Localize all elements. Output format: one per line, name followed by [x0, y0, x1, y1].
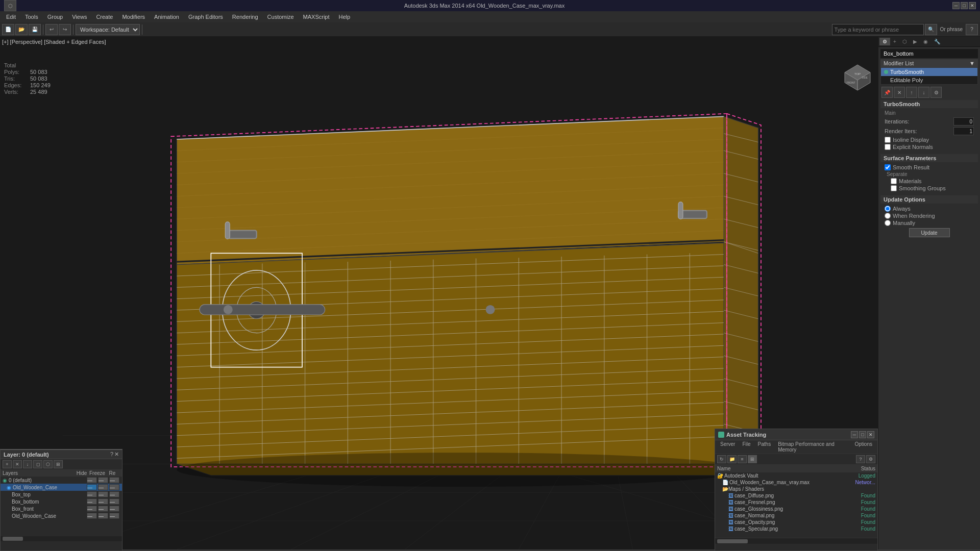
layer-merge-btn[interactable]: ⊞ [54, 460, 63, 468]
config-btn[interactable]: ⚙ [930, 87, 942, 98]
layer-item-old-wooden-case2[interactable]: Old_Wooden_Case — — — [1, 512, 122, 519]
manually-radio[interactable] [885, 220, 891, 226]
tab-motion[interactable]: ▶ [910, 38, 920, 45]
layers-help-icon[interactable]: ? [110, 451, 113, 458]
asset-view-btn[interactable]: ≡ [738, 455, 747, 463]
search-icon[interactable]: 🔍 [925, 24, 937, 35]
layer-item-0-default[interactable]: ◉ 0 (default) — — — [1, 477, 122, 484]
asset-close-btn[interactable]: ✕ [867, 431, 874, 438]
tab-utilities[interactable]: 🔧 [931, 38, 943, 45]
layers-close-icon[interactable]: ✕ [114, 451, 119, 458]
app-icon[interactable]: ⬡ [4, 0, 16, 11]
asset-tool-right: ? ⚙ [856, 455, 875, 463]
layer-select-btn[interactable]: ◻ [33, 460, 42, 468]
menu-edit[interactable]: Edit [2, 13, 20, 21]
asset-item-glossiness[interactable]: 🖼 case_Glossiness.png Found [715, 506, 877, 512]
layer-item-box-bottom[interactable]: Box_bottom — — — [1, 498, 122, 505]
menu-views[interactable]: Views [68, 13, 91, 21]
menu-group[interactable]: Group [43, 13, 67, 21]
modifier-item-editablepoly[interactable]: Editable Poly [881, 76, 977, 84]
always-radio[interactable] [885, 206, 891, 212]
asset-item-specular[interactable]: 🖼 case_Specular.png Found [715, 525, 877, 532]
maximize-button[interactable]: □ [961, 2, 968, 9]
minimize-button[interactable]: ─ [952, 2, 960, 9]
tab-display[interactable]: ◉ [920, 38, 931, 45]
max-file-status: Networ... [845, 480, 875, 485]
svg-marker-27 [177, 243, 724, 464]
asset-tool-buttons: ↻ 📁 ≡ ⊞ [717, 455, 757, 463]
menu-modifiers[interactable]: Modifiers [118, 13, 149, 21]
menu-help[interactable]: Help [335, 13, 355, 21]
render-iters-input[interactable] [953, 127, 974, 135]
asset-settings-btn[interactable]: ⚙ [866, 455, 875, 463]
smoothing-groups-checkbox[interactable] [891, 185, 897, 191]
asset-item-diffuse[interactable]: 🖼 case_Diffuse.png Found [715, 492, 877, 499]
open-btn[interactable]: 📂 [15, 24, 28, 35]
layer-new-btn[interactable]: + [3, 460, 12, 468]
iterations-input[interactable] [953, 117, 974, 126]
tab-hierarchy[interactable]: ⬡ [899, 38, 910, 45]
asset-help-btn[interactable]: ? [856, 455, 865, 463]
layers-scroll-thumb[interactable] [3, 537, 23, 541]
layer-item-old-wooden-case[interactable]: ◉ Old_Wooden_Case — — — [1, 484, 122, 491]
layer-bullet-0: ◉ [3, 478, 7, 483]
save-btn[interactable]: 💾 [29, 24, 41, 35]
asset-menu-bitmap[interactable]: Bitmap Performance and Memory [775, 441, 850, 453]
asset-item-normal[interactable]: 🖼 case_Normal.png Found [715, 512, 877, 519]
asset-minimize-btn[interactable]: ─ [851, 431, 858, 438]
menu-create[interactable]: Create [92, 13, 117, 21]
asset-menu-server[interactable]: Server [717, 441, 738, 453]
pin-btn[interactable]: 📌 [881, 87, 893, 98]
smooth-result-checkbox[interactable] [885, 164, 891, 170]
modifier-item-turbosmooth[interactable]: TurboSmooth [881, 68, 977, 76]
diffuse-icon: 🖼 [728, 493, 733, 498]
modifier-list-dropdown[interactable]: Modifier List ▼ [880, 59, 978, 67]
asset-item-fresnel[interactable]: 🖼 case_Fresnel.png Found [715, 499, 877, 506]
redo-btn[interactable]: ↪ [59, 24, 71, 35]
asset-menu-file[interactable]: File [739, 441, 753, 453]
asset-menu-options[interactable]: Options [852, 441, 875, 453]
menu-rendering[interactable]: Rendering [228, 13, 262, 21]
explicit-normals-checkbox[interactable] [885, 144, 891, 150]
close-button[interactable]: ✕ [969, 2, 976, 9]
layer-item-box-top[interactable]: Box_top — — — [1, 491, 122, 498]
workspace-selector[interactable]: Workspace: Default [76, 24, 140, 35]
layer-add-selected-btn[interactable]: ↓ [23, 460, 32, 468]
viewport-nav-cube[interactable]: TOP FRONT SIDE [842, 62, 873, 93]
layers-scrollbar[interactable] [1, 536, 122, 541]
asset-locate-btn[interactable]: 📁 [727, 455, 737, 463]
materials-checkbox[interactable] [891, 178, 897, 184]
menu-tools[interactable]: Tools [21, 13, 42, 21]
menu-maxscript[interactable]: MAXScript [299, 13, 334, 21]
asset-item-max-file[interactable]: 📄 Old_Wooden_Case_max_vray.max Networ... [715, 479, 877, 486]
layer-item-box-front[interactable]: Box_front — — — [1, 505, 122, 512]
svg-text:SIDE: SIDE [862, 76, 868, 79]
asset-scroll-thumb[interactable] [717, 539, 748, 543]
layer-highlight-btn[interactable]: ⬡ [43, 460, 53, 468]
isoline-checkbox[interactable] [885, 137, 891, 143]
asset-item-maps-folder[interactable]: 📂 Maps / Shaders [715, 486, 877, 492]
asset-menu-paths[interactable]: Paths [755, 441, 774, 453]
new-btn[interactable]: 📄 [2, 24, 14, 35]
asset-refresh-btn[interactable]: ↻ [717, 455, 726, 463]
move-up-btn[interactable]: ↑ [906, 87, 917, 98]
tab-create[interactable]: + [890, 38, 899, 45]
menu-graph-editors[interactable]: Graph Editors [184, 13, 227, 21]
delete-mod-btn[interactable]: ✕ [894, 87, 905, 98]
menu-animation[interactable]: Animation [150, 13, 183, 21]
layer-delete-btn[interactable]: ✕ [13, 460, 22, 468]
asset-item-vault[interactable]: 🔐 Autodesk Vault Logged [715, 472, 877, 479]
tab-modify[interactable]: ⚙ [879, 38, 890, 45]
search-input[interactable] [832, 24, 924, 35]
undo-btn[interactable]: ↩ [45, 24, 58, 35]
update-button[interactable]: Update [909, 228, 950, 237]
help-icon[interactable]: ? [966, 24, 978, 35]
asset-item-opacity[interactable]: 🖼 case_Opacity.png Found [715, 519, 877, 525]
asset-grid-btn[interactable]: ⊞ [748, 455, 757, 463]
when-rendering-radio[interactable] [885, 213, 891, 219]
menu-customize[interactable]: Customize [263, 13, 298, 21]
move-down-btn[interactable]: ↓ [918, 87, 929, 98]
asset-scrollbar[interactable] [715, 538, 877, 544]
asset-maximize-btn[interactable]: □ [859, 431, 866, 438]
viewport-label[interactable]: [+] [Perspective] [Shaded + Edged Faces] [2, 39, 106, 45]
